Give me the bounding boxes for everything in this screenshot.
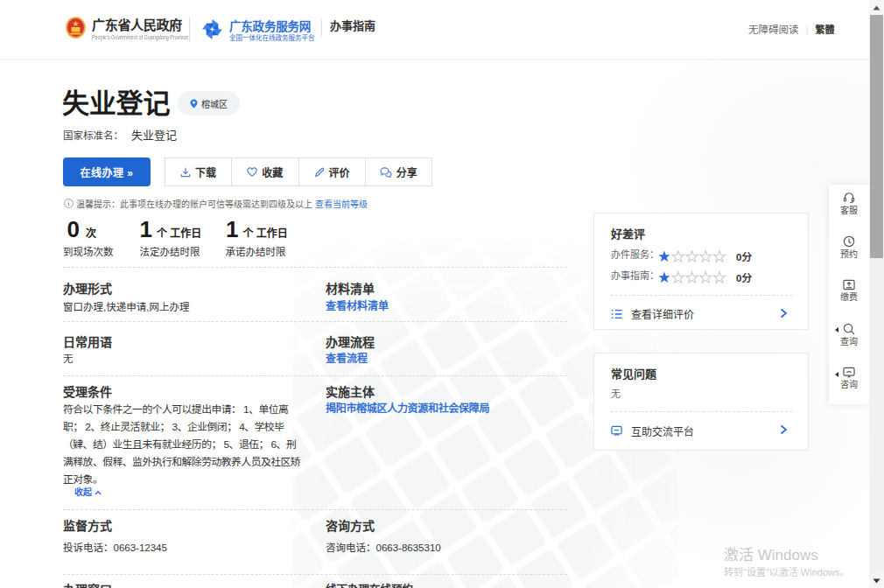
svg-text:0分: 0分: [736, 272, 752, 284]
svg-text:0分: 0分: [736, 251, 752, 262]
